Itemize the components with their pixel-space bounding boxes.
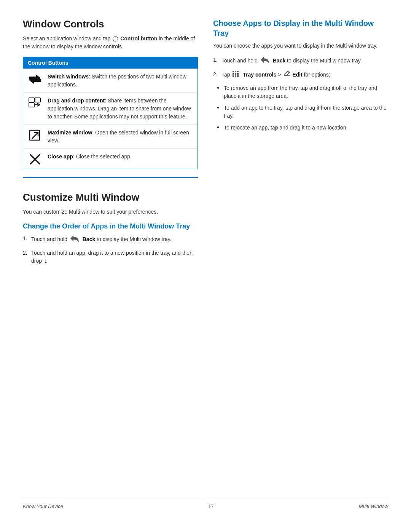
switch-windows-bold: Switch windows	[48, 73, 89, 80]
close-bold: Close app	[48, 153, 73, 160]
close-text: Close app: Close the selected app.	[48, 153, 132, 161]
svg-rect-15	[237, 73, 239, 75]
window-controls-intro: Select an application window and tap Con…	[23, 35, 198, 51]
page-container: Window Controls Select an application wi…	[0, 0, 411, 532]
choose-apps-intro: You can choose the apps you want to disp…	[213, 42, 388, 50]
choose-apps-step-2: 2. Tap	[213, 70, 388, 80]
control-button-row-close: Close app: Close the selected app.	[23, 149, 198, 169]
control-button-row-maximize: Maximize window: Open the selected windo…	[23, 125, 198, 149]
svg-rect-14	[235, 73, 236, 75]
window-controls-title: Window Controls	[23, 18, 198, 30]
change-order-steps: 1. Touch and hold Back to display the Mu…	[23, 235, 198, 265]
back-icon-step1	[70, 235, 80, 244]
svg-rect-0	[29, 98, 34, 102]
step-1-text: Touch and hold Back to display the Multi…	[31, 235, 198, 244]
back-icon-choose-step1	[260, 56, 271, 66]
svg-rect-1	[29, 103, 34, 107]
control-button-row-switch: Switch windows: Switch the positions of …	[23, 69, 198, 93]
svg-line-7	[32, 133, 38, 139]
bullet-dot-1: •	[217, 84, 224, 93]
bullet-3-text: To relocate an app, tap and drag it to a…	[224, 124, 347, 132]
choose-apps-steps: 1. Touch and hold Back to display the Mu…	[213, 56, 388, 80]
maximize-icon	[28, 129, 42, 142]
bullet-dot-2: •	[217, 104, 224, 112]
svg-line-20	[287, 72, 289, 73]
bullet-1: • To remove an app from the tray, tap an…	[217, 84, 388, 100]
switch-windows-text: Switch windows: Switch the positions of …	[48, 73, 193, 89]
change-order-title: Change the Order of Apps in the Multi Wi…	[23, 222, 198, 231]
footer-right: Multi Window	[359, 503, 388, 509]
change-order-step-2: 2. Touch and hold an app, drag it to a n…	[23, 249, 198, 265]
svg-rect-17	[235, 75, 236, 77]
close-icon	[28, 153, 42, 165]
step-2-text: Touch and hold an app, drag it to a new …	[31, 249, 198, 265]
table-bottom-border	[23, 177, 198, 178]
svg-rect-2	[35, 98, 40, 102]
intro-bold: Control button	[120, 35, 157, 42]
maximize-bold: Maximize window	[48, 129, 92, 136]
bullet-3: • To relocate an app, tap and drag it to…	[217, 124, 388, 132]
change-order-step-1: 1. Touch and hold Back to display the Mu…	[23, 235, 198, 244]
back-bold-step1: Back	[83, 236, 95, 242]
control-button-row-dragdrop: Drag and drop content: Share items betwe…	[23, 93, 198, 125]
step-num-2: 2.	[23, 249, 31, 257]
switch-windows-icon	[28, 73, 42, 85]
svg-rect-13	[233, 73, 234, 75]
svg-rect-10	[233, 71, 234, 72]
control-buttons-header: Control Buttons	[23, 57, 198, 69]
choose-step-1-text: Touch and hold Back to display the Multi…	[221, 56, 388, 66]
page-footer: Know Your Device 17 Multi Window	[23, 497, 388, 509]
dragdrop-icon	[28, 97, 42, 110]
choose-step-num-2: 2.	[213, 70, 221, 78]
footer-center: 17	[208, 503, 213, 509]
choose-apps-step-1: 1. Touch and hold Back to display the Mu…	[213, 56, 388, 66]
svg-rect-16	[233, 75, 234, 77]
dragdrop-text: Drag and drop content: Share items betwe…	[48, 97, 193, 121]
bullet-1-text: To remove an app from the tray, tap and …	[224, 84, 388, 100]
back-bold-choose-step1: Back	[273, 58, 285, 64]
circle-control-icon	[113, 36, 118, 42]
edit-bold: Edit	[292, 72, 302, 78]
bullet-2: • To add an app to the tray, tap and dra…	[217, 104, 388, 120]
choose-step-2-text: Tap	[221, 70, 388, 80]
control-buttons-table: Control Buttons Switch windows: Switch t…	[23, 57, 198, 169]
dragdrop-bold: Drag and drop content	[48, 97, 105, 104]
customize-intro: You can customize Multi window to suit y…	[23, 208, 198, 216]
close-rest: : Close the selected app.	[73, 153, 132, 160]
svg-rect-18	[237, 75, 239, 77]
footer-left: Know Your Device	[23, 503, 63, 509]
bullet-dot-3: •	[217, 124, 224, 132]
tray-controls-bold: Tray controls	[243, 72, 276, 78]
intro-text: Select an application window and tap	[23, 35, 112, 42]
left-column: Window Controls Select an application wi…	[23, 18, 198, 497]
right-column: Choose Apps to Display in the Multi Wind…	[213, 18, 388, 497]
bullet-2-text: To add an app to the tray, tap and drag …	[224, 104, 388, 120]
customize-title: Customize Multi Window	[23, 192, 198, 203]
tray-controls-icon	[232, 70, 241, 80]
edit-icon	[283, 70, 290, 80]
two-column-layout: Window Controls Select an application wi…	[23, 18, 388, 497]
maximize-text: Maximize window: Open the selected windo…	[48, 129, 193, 145]
svg-rect-12	[237, 71, 239, 72]
svg-rect-11	[235, 71, 236, 72]
choose-apps-bullets: • To remove an app from the tray, tap an…	[217, 84, 388, 132]
choose-apps-title: Choose Apps to Display in the Multi Wind…	[213, 18, 388, 38]
choose-step-num-1: 1.	[213, 56, 221, 64]
step-num-1: 1.	[23, 235, 31, 243]
customize-section: Customize Multi Window You can customize…	[23, 192, 198, 265]
